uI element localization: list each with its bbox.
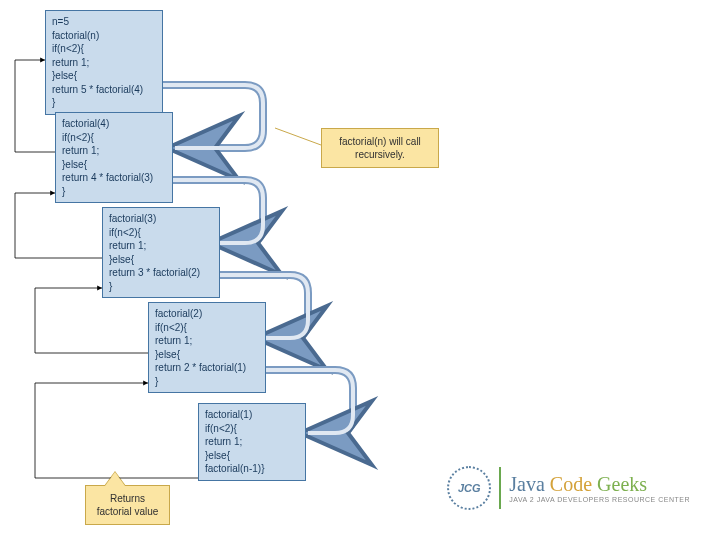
code-box-factorial4: factorial(4) if(n<2){ return 1; }else{ r… xyxy=(55,112,173,203)
callout-returns-tail xyxy=(105,472,125,486)
code-box-factorial2: factorial(2) if(n<2){ return 1; }else{ r… xyxy=(148,302,266,393)
callout-returns-text: Returns factorial value xyxy=(97,493,159,517)
callout-returns: Returns factorial value xyxy=(85,485,170,525)
logo-word-java: Java xyxy=(509,473,545,495)
callout-recursive-text: factorial(n) will call recursively. xyxy=(339,136,421,160)
logo: JCG Java Code Geeks JAVA 2 JAVA DEVELOPE… xyxy=(447,466,690,510)
logo-word-geeks: Geeks xyxy=(597,473,647,495)
callout-recursive: factorial(n) will call recursively. xyxy=(321,128,439,168)
code-box-factorial3: factorial(3) if(n<2){ return 1; }else{ r… xyxy=(102,207,220,298)
logo-text: Java Code Geeks JAVA 2 JAVA DEVELOPERS R… xyxy=(509,474,690,503)
logo-subtitle: JAVA 2 JAVA DEVELOPERS RESOURCE CENTER xyxy=(509,496,690,503)
logo-badge: JCG xyxy=(447,466,491,510)
code-box-factorial1: factorial(1) if(n<2){ return 1; }else{ f… xyxy=(198,403,306,481)
logo-word-code: Code xyxy=(550,473,592,495)
code-box-n5: n=5 factorial(n) if(n<2){ return 1; }els… xyxy=(45,10,163,115)
logo-divider xyxy=(499,467,501,509)
